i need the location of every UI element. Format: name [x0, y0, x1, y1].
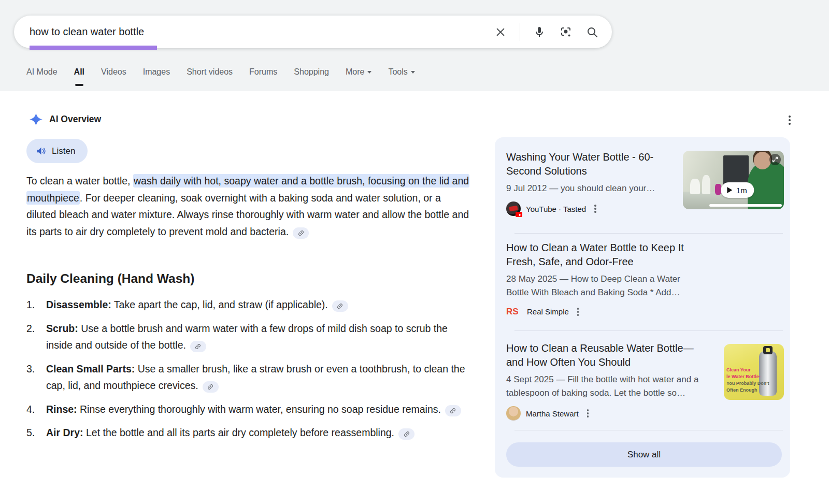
card-menu-icon[interactable] [574, 306, 582, 318]
ai-overview-header: AI Overview [30, 113, 101, 126]
ai-overview-menu-icon[interactable] [783, 113, 796, 127]
cleaning-steps-list: 1. Disassemble: Take apart the cap, lid,… [26, 296, 469, 448]
listen-button[interactable]: Listen [26, 139, 88, 163]
play-button[interactable]: 1m [721, 182, 754, 198]
step-label: Air Dry: [46, 427, 83, 438]
ai-overview-intro: To clean a water bottle, wash daily with… [26, 172, 472, 240]
citation-link-icon[interactable] [203, 381, 219, 393]
tab-shopping[interactable]: Shopping [294, 67, 329, 83]
card-menu-icon[interactable] [584, 407, 592, 420]
step-text: Use a bottle brush and warm water with a… [46, 323, 448, 351]
citation-link-icon[interactable] [445, 405, 461, 416]
card-menu-icon[interactable] [591, 203, 599, 215]
source-card[interactable]: How to Clean a Water Bottle to Keep It F… [495, 241, 790, 330]
search-submit-icon[interactable] [585, 25, 599, 39]
list-item: 2. Scrub: Use a bottle brush and warm wa… [26, 320, 469, 354]
search-bar[interactable] [14, 16, 612, 48]
search-bar-icons [493, 23, 599, 41]
clear-search-icon[interactable] [493, 25, 508, 39]
divider [514, 330, 783, 331]
divider [514, 430, 783, 430]
listen-label: Listen [52, 146, 75, 156]
header: AI Mode All Videos Images Short videos F… [0, 0, 829, 91]
citation-link-icon[interactable] [332, 300, 348, 312]
step-label: Disassemble: [46, 299, 111, 310]
chevron-down-icon [367, 71, 371, 74]
step-text: Rinse everything thoroughly with warm wa… [80, 404, 441, 415]
divider [514, 233, 783, 234]
source-card[interactable]: Washing Your Water Bottle - 60-Second So… [495, 137, 790, 233]
source-name: Real Simple [527, 307, 569, 316]
tab-short-videos[interactable]: Short videos [187, 67, 233, 83]
list-item: 3. Clean Small Parts: Use a smaller brus… [26, 361, 469, 394]
step-label: Rinse: [46, 404, 77, 415]
step-label: Scrub: [46, 323, 78, 334]
list-item: 5. Air Dry: Let the bottle and all its p… [26, 424, 469, 441]
source-card[interactable]: How to Clean a Reusable Water Bottle—and… [495, 341, 790, 430]
tab-ai-mode[interactable]: AI Mode [26, 67, 58, 83]
section-heading: Daily Cleaning (Hand Wash) [26, 271, 194, 286]
tab-forums[interactable]: Forums [249, 67, 277, 83]
video-duration: 1m [736, 186, 747, 195]
search-results-page: AI Mode All Videos Images Short videos F… [0, 0, 829, 504]
card-snippet: 9 Jul 2012 — you should clean your… [506, 182, 680, 195]
card-title[interactable]: Washing Your Water Bottle - 60-Second So… [506, 150, 680, 178]
avatar [506, 201, 521, 216]
loading-progress-bar [30, 46, 157, 50]
source-name: Martha Stewart [526, 409, 579, 418]
tab-videos[interactable]: Videos [101, 67, 126, 83]
video-progress-bar [709, 204, 782, 207]
sources-panel: Washing Your Water Bottle - 60-Second So… [495, 137, 790, 478]
expand-icon[interactable] [769, 154, 781, 165]
source-name: YouTube · Tasted [526, 205, 586, 213]
result-tabs: AI Mode All Videos Images Short videos F… [26, 67, 415, 83]
tab-all[interactable]: All [74, 67, 84, 83]
step-text: Take apart the cap, lid, and straw (if a… [114, 299, 328, 310]
ai-sparkle-icon [30, 113, 42, 126]
list-item: 4. Rinse: Rinse everything thoroughly wi… [26, 401, 469, 418]
step-label: Clean Small Parts: [46, 363, 135, 375]
voice-search-icon[interactable] [532, 25, 547, 39]
source-logo: RS [506, 306, 522, 318]
speaker-icon [36, 146, 47, 156]
citation-link-icon[interactable] [190, 341, 206, 352]
citation-link-icon[interactable] [293, 227, 309, 239]
list-item: 1. Disassemble: Take apart the cap, lid,… [26, 296, 469, 313]
tab-more[interactable]: More [346, 67, 371, 83]
step-text: Let the bottle and all its parts air dry… [86, 427, 394, 438]
citation-link-icon[interactable] [398, 428, 414, 440]
intro-text: To clean a water bottle, [26, 175, 133, 186]
lens-search-icon[interactable] [559, 25, 573, 39]
chevron-down-icon [411, 71, 415, 74]
card-title[interactable]: How to Clean a Reusable Water Bottle—and… [506, 341, 700, 369]
show-all-button[interactable]: Show all [506, 442, 782, 467]
tab-tools[interactable]: Tools [388, 67, 414, 83]
ai-overview-title: AI Overview [49, 114, 101, 125]
intro-text-after: . For deeper cleaning, soak overnight wi… [26, 192, 469, 237]
search-input[interactable] [30, 26, 493, 38]
card-snippet: 4 Sept 2025 — Fill the bottle with hot w… [506, 373, 711, 400]
avatar [506, 406, 521, 421]
video-thumbnail[interactable]: 1m [683, 151, 784, 209]
card-title[interactable]: How to Clean a Water Bottle to Keep It F… [506, 241, 711, 269]
search-bar-divider [520, 23, 520, 41]
tab-images[interactable]: Images [143, 67, 170, 83]
play-icon [727, 187, 732, 193]
card-snippet: 28 May 2025 — How to Deep Clean a Water … [506, 272, 703, 299]
